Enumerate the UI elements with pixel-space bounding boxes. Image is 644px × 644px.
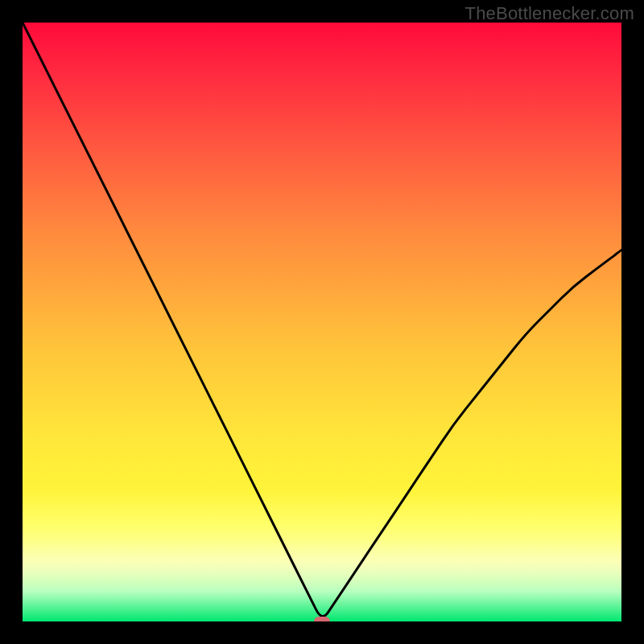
chart-frame: TheBottlenecker.com xyxy=(0,0,644,644)
bottleneck-curve xyxy=(23,23,621,621)
plot-area xyxy=(23,23,621,621)
curve-path xyxy=(23,23,621,617)
watermark-text: TheBottlenecker.com xyxy=(465,3,634,24)
optimum-marker xyxy=(314,617,330,621)
